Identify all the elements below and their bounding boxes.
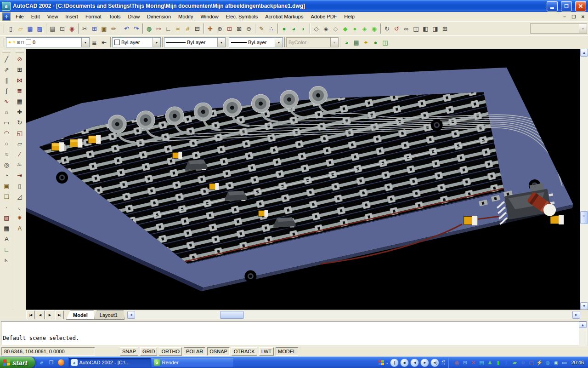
wireframe-3d-icon[interactable]: ◈ (321, 24, 331, 33)
menu-help[interactable]: Help (340, 12, 358, 21)
menu-window[interactable]: Window (197, 12, 222, 21)
spline-icon[interactable]: ≈ (1, 149, 12, 160)
model-viewport[interactable] (26, 49, 580, 310)
ellipse-arc-icon[interactable]: ◔ (1, 170, 12, 181)
menu-modify[interactable]: Modify (175, 12, 197, 21)
chevron-down-icon[interactable]: ▼ (275, 38, 283, 47)
ucs-3d-icon[interactable]: ⊾ (1, 255, 12, 265)
render-teapot-icon[interactable]: ◕ (342, 38, 351, 47)
ucs-world-icon[interactable]: ∟ (1, 244, 12, 255)
layer-freeze-icon[interactable]: ☀ (12, 40, 16, 45)
menu-view[interactable]: View (44, 12, 62, 21)
flat-shaded-icon[interactable]: ◆ (340, 24, 350, 33)
hidden-line-icon[interactable]: ◇ (331, 24, 340, 33)
ortho-toggle[interactable]: ORTHO (159, 347, 182, 356)
open-file-icon[interactable]: ▱ (16, 24, 25, 33)
media-pause-button[interactable]: ∥ (390, 358, 399, 367)
menu-tools[interactable]: Tools (105, 12, 124, 21)
sketch-icon[interactable]: ✎ (257, 24, 266, 33)
menu-format[interactable]: Format (82, 12, 105, 21)
layer-vpfreeze-icon[interactable]: ◙ (17, 40, 20, 45)
stretch-icon[interactable]: ▱ (14, 138, 25, 149)
taskbar-button-autocad[interactable]: a AutoCAD 2002 - [C:\... (69, 358, 151, 367)
chamfer-icon[interactable]: ◿ (14, 191, 25, 202)
save-icon[interactable]: ▦ (25, 24, 35, 33)
chevron-down-icon[interactable]: ▼ (81, 38, 89, 47)
scroll-left-icon[interactable]: ◄ (127, 311, 135, 319)
network-connection-icon[interactable]: ⊞ (461, 359, 469, 366)
wireframe-2d-icon[interactable]: ◇ (311, 24, 321, 33)
break-icon[interactable]: ▯ (14, 181, 25, 191)
lwt-toggle[interactable]: LWT (259, 347, 274, 356)
restore-button[interactable]: ❐ (561, 1, 572, 12)
messenger-status-icon[interactable]: ◎ (453, 359, 460, 366)
monitor-utility-icon[interactable]: ▭ (560, 359, 568, 366)
tab-next-button[interactable]: ▶ (45, 310, 54, 319)
media-volume-button[interactable]: ◄) (430, 358, 439, 367)
scroll-down-icon[interactable]: ▼ (580, 302, 588, 310)
lengthen-icon[interactable]: ∕ (14, 149, 25, 160)
landscape-icon[interactable]: ◗ (299, 24, 308, 33)
menu-adobe-pdf[interactable]: Adobe PDF (307, 12, 340, 21)
explode-icon[interactable]: ✷ (14, 213, 25, 223)
hatch-icon[interactable]: ▨ (1, 213, 12, 223)
volume-meter-icon[interactable]: ▮ (494, 359, 502, 366)
spell-check-icon[interactable]: ◉ (67, 24, 77, 33)
tab-last-button[interactable]: ▶| (55, 310, 64, 319)
mdi-restore-button[interactable]: ❐ (570, 13, 578, 20)
materials-library-icon[interactable]: ◫ (380, 38, 390, 47)
sketch-squiggle-icon[interactable]: ∿ (1, 96, 12, 107)
linetype-combo[interactable]: ByLayer ▼ (164, 37, 226, 47)
region-icon[interactable]: ▦ (1, 223, 12, 234)
ucs-icon[interactable]: ∟ (164, 24, 173, 33)
menu-draw[interactable]: Draw (124, 12, 143, 21)
update-service-icon[interactable]: ◍ (544, 359, 551, 366)
zoom-realtime-icon[interactable]: ⊕ (215, 24, 225, 33)
new-file-icon[interactable]: ▯ (6, 24, 16, 33)
scroll-up-icon[interactable]: ▲ (579, 322, 587, 328)
circle-icon[interactable]: ○ (1, 138, 12, 149)
scale-icon[interactable]: ◱ (14, 128, 25, 138)
render-preferences-icon[interactable]: ▤ (351, 38, 361, 47)
array-icon[interactable]: ▦ (14, 96, 25, 107)
firefox-icon[interactable] (57, 359, 65, 366)
distance-icon[interactable]: ↦ (154, 24, 164, 33)
horizontal-scrollbar[interactable]: ◄ ► (127, 311, 580, 319)
layers-manager-icon[interactable]: ≣ (90, 38, 99, 47)
gouraud-edges-icon[interactable]: ◉ (369, 24, 379, 33)
polyline-icon[interactable]: ∫ (1, 86, 12, 96)
power-device-icon[interactable]: ▰ (511, 359, 518, 366)
otrack-toggle[interactable]: OTRACK (232, 347, 257, 356)
search-utility-icon[interactable]: ◉ (552, 359, 560, 366)
color-combo[interactable]: ByLayer ▼ (112, 37, 161, 47)
sound-device-icon[interactable]: ▤ (478, 359, 485, 366)
insert-hyperlink-icon[interactable]: ◍ (144, 24, 154, 33)
named-views-icon[interactable]: ⊟ (192, 24, 202, 33)
copy-icon[interactable]: ⊞ (90, 24, 99, 33)
lights-icon[interactable]: ✦ (361, 38, 371, 47)
toolbar-grip[interactable] (16, 51, 24, 52)
arc-icon[interactable]: ◠ (1, 128, 12, 138)
multiline-icon[interactable]: ∥ (1, 75, 12, 86)
ellipse-icon[interactable]: ◎ (1, 160, 12, 170)
setup-profile-icon[interactable]: ⊞ (440, 24, 450, 33)
bluetooth-icon[interactable]: ᛒ (503, 359, 510, 366)
zoom-previous-icon[interactable]: ⊖ (244, 24, 254, 33)
menu-dimension[interactable]: Dimension (143, 12, 175, 21)
line-icon[interactable]: ╱ (1, 54, 12, 64)
chevron-down-icon[interactable]: ▼ (153, 38, 160, 47)
front-clip-icon[interactable]: ◧ (421, 24, 430, 33)
toolbar-grip[interactable] (2, 51, 11, 52)
tab-first-button[interactable]: |◀ (26, 310, 35, 319)
offset-icon[interactable]: ≣ (14, 86, 25, 96)
point-icon[interactable]: · (1, 202, 12, 213)
flat-edges-icon[interactable]: ◈ (360, 24, 369, 33)
insert-block-icon[interactable]: ▣ (1, 181, 12, 191)
pan-realtime-icon[interactable]: ✚ (205, 24, 215, 33)
start-button[interactable]: start (0, 357, 35, 368)
point-style-icon[interactable]: ∴ (266, 24, 276, 33)
gouraud-shaded-icon[interactable]: ● (350, 24, 360, 33)
mouse-settings-icon[interactable]: ◌ (519, 359, 526, 366)
model-toggle[interactable]: MODEL (276, 347, 298, 356)
back-clip-icon[interactable]: ◨ (430, 24, 440, 33)
